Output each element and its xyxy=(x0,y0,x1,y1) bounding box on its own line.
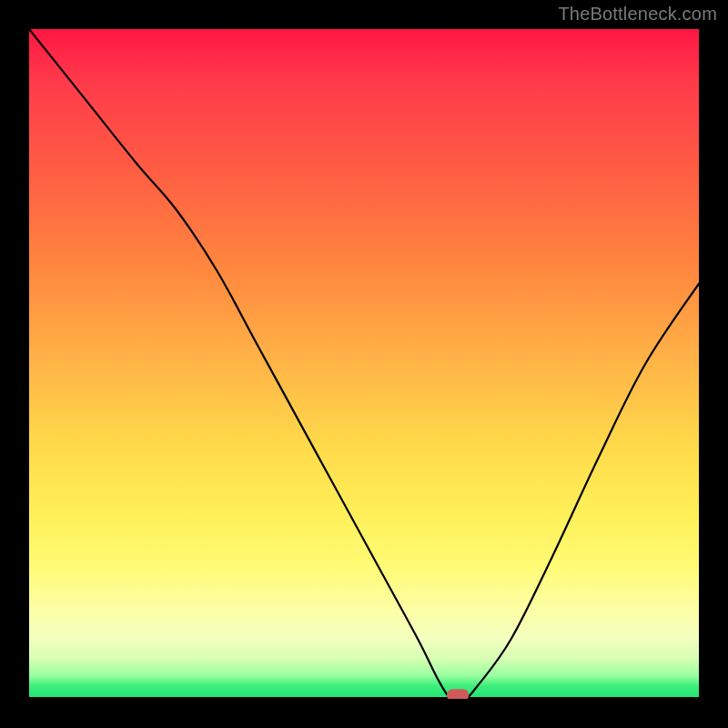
optimal-marker xyxy=(447,689,469,699)
watermark-text: TheBottleneck.com xyxy=(558,4,717,25)
chart-frame: TheBottleneck.com xyxy=(0,0,728,728)
bottleneck-curve xyxy=(29,29,699,699)
plot-area xyxy=(29,29,699,699)
chart-svg xyxy=(29,29,699,699)
